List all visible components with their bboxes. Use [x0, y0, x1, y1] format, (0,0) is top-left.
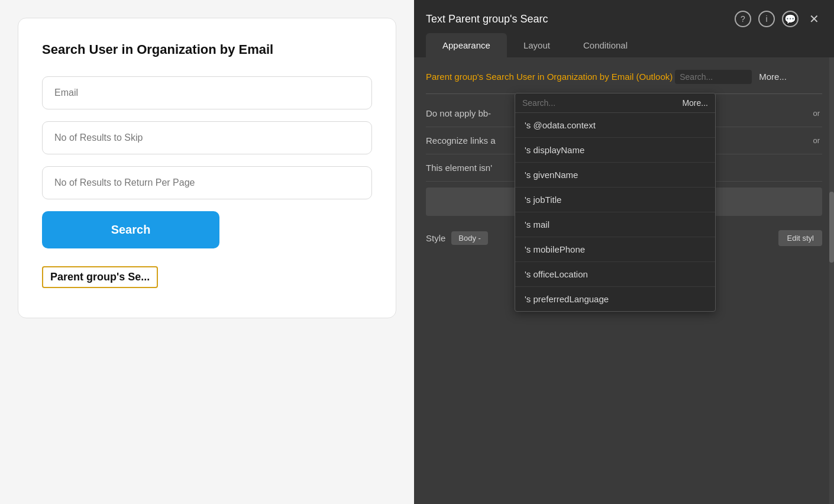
- form-title: Search User in Organization by Email: [42, 42, 372, 57]
- left-panel: Search User in Organization by Email Sea…: [0, 0, 414, 504]
- scrollbar-thumb: [829, 192, 834, 263]
- tab-conditional[interactable]: Conditional: [567, 33, 644, 57]
- tabs-row: Appearance Layout Conditional: [414, 27, 834, 57]
- or-label-2: or: [813, 136, 820, 145]
- tab-layout[interactable]: Layout: [507, 33, 567, 57]
- prop-label-bbc: Do not apply bb-: [426, 108, 491, 118]
- prop-label-links: Recognize links a: [426, 135, 496, 146]
- tab-appearance[interactable]: Appearance: [426, 33, 507, 57]
- form-card: Search User in Organization by Email Sea…: [18, 18, 396, 318]
- style-label: Style: [426, 233, 445, 243]
- dropdown-item-4[interactable]: 's mail: [515, 212, 715, 237]
- panel-header: Text Parent group's Searc ? i 💬 ✕: [414, 0, 834, 27]
- more-button[interactable]: More...: [754, 69, 791, 84]
- dropdown-item-6[interactable]: 's officeLocation: [515, 262, 715, 287]
- dropdown-more-button[interactable]: More...: [682, 98, 708, 108]
- skip-input[interactable]: [42, 121, 372, 154]
- dropdown-item-7[interactable]: 's preferredLanguage: [515, 287, 715, 311]
- dropdown-item-5[interactable]: 's mobilePhone: [515, 237, 715, 262]
- dropdown-item-1[interactable]: 's displayName: [515, 138, 715, 163]
- scrollbar[interactable]: [829, 57, 834, 504]
- dropdown-item-3[interactable]: 's jobTitle: [515, 188, 715, 212]
- help-icon[interactable]: ?: [735, 11, 751, 27]
- dropdown-overlay: More... 's @odata.context 's displayName…: [515, 93, 716, 312]
- panel-content: Parent group's Search User in Organizati…: [414, 57, 834, 504]
- close-icon[interactable]: ✕: [806, 11, 822, 27]
- prop-label-element: This element isn': [426, 163, 492, 173]
- header-icons: ? i 💬 ✕: [735, 11, 822, 27]
- search-button[interactable]: Search: [42, 211, 219, 248]
- dropdown-search-row: More...: [515, 93, 715, 113]
- yellow-link[interactable]: Parent group's Search User in Organizati…: [426, 72, 673, 82]
- email-input[interactable]: [42, 76, 372, 109]
- inline-search-input[interactable]: [675, 70, 752, 84]
- comment-icon[interactable]: 💬: [782, 11, 799, 27]
- edit-style-button[interactable]: Edit styl: [778, 230, 822, 246]
- dynamic-value-box[interactable]: Parent group's Se...: [42, 266, 158, 288]
- perpage-input[interactable]: [42, 166, 372, 199]
- right-panel: Text Parent group's Searc ? i 💬 ✕ Appear…: [414, 0, 834, 504]
- yellow-link-row: Parent group's Search User in Organizati…: [426, 69, 822, 84]
- info-icon[interactable]: i: [758, 11, 775, 27]
- panel-title: Text Parent group's Searc: [426, 13, 548, 25]
- dropdown-search-input[interactable]: [522, 98, 682, 108]
- dropdown-item-2[interactable]: 's givenName: [515, 163, 715, 188]
- style-badge[interactable]: Body -: [451, 231, 488, 245]
- dropdown-item-0[interactable]: 's @odata.context: [515, 113, 715, 138]
- or-label-1: or: [813, 109, 820, 118]
